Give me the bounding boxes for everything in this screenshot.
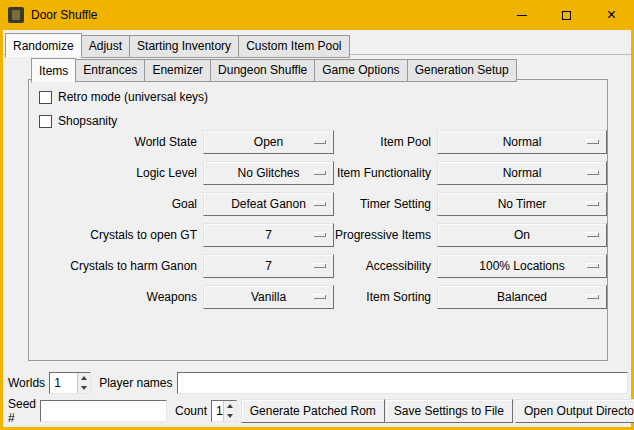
arrow-down-icon [227,414,233,418]
arrow-up-icon [81,376,87,380]
timer-setting-value: No Timer [498,197,547,211]
arrow-down-icon [81,386,87,390]
player-names-input[interactable] [177,372,629,394]
menu-indicator-icon [313,170,326,175]
goal-dropdown[interactable]: Defeat Ganon [203,192,334,216]
window-body: Randomize Adjust Starting Inventory Cust… [3,30,631,427]
accessibility-dropdown[interactable]: 100% Locations [437,254,607,278]
generation-row: Seed # Count 1 Generate Patched Rom Save… [8,399,628,423]
weapons-dropdown[interactable]: Vanilla [203,285,334,309]
progressive-items-dropdown[interactable]: On [437,223,607,247]
multiworld-row: Worlds 1 Player names [8,371,628,395]
timer-setting-dropdown[interactable]: No Timer [437,192,607,216]
options-grid: World State Open Item Pool Normal Logic … [31,126,607,312]
weapons-value: Vanilla [251,290,286,304]
close-button[interactable]: × [589,0,634,30]
menu-indicator-icon [313,139,326,144]
spin-up-button[interactable] [224,401,236,411]
logic-level-label: Logic Level [31,166,197,180]
option-row: Weapons Vanilla Item Sorting Balanced [31,281,607,312]
outer-tabbar: Randomize Adjust Starting Inventory Cust… [5,33,349,58]
worlds-label: Worlds [8,376,45,390]
goal-value: Defeat Ganon [231,197,306,211]
goal-label: Goal [31,197,197,211]
item-sorting-dropdown[interactable]: Balanced [437,285,607,309]
world-state-dropdown[interactable]: Open [203,130,334,154]
menu-indicator-icon [313,232,326,237]
seed-input[interactable] [40,400,167,422]
crystals-ganon-value: 7 [265,259,272,273]
option-row: Goal Defeat Ganon Timer Setting No Timer [31,188,607,219]
accessibility-value: 100% Locations [479,259,564,273]
window-title: Door Shuffle [31,8,98,22]
item-functionality-dropdown[interactable]: Normal [437,161,607,185]
player-names-label: Player names [99,376,172,390]
item-functionality-value: Normal [503,166,542,180]
crystals-gt-label: Crystals to open GT [31,228,197,242]
generate-patched-rom-button[interactable]: Generate Patched Rom [241,399,385,423]
titlebar[interactable]: Door Shuffle × [0,0,634,30]
option-row: Logic Level No Glitches Item Functionali… [31,157,607,188]
option-row: Crystals to open GT 7 Progressive Items … [31,219,607,250]
world-state-label: World State [31,135,197,149]
tab-enemizer[interactable]: Enemizer [144,59,211,82]
open-output-directory-button[interactable]: Open Output Directory [515,399,634,423]
logic-level-value: No Glitches [237,166,299,180]
maximize-icon [562,11,571,20]
worlds-spinbox[interactable]: 1 [49,372,91,394]
accessibility-label: Accessibility [334,259,431,273]
retro-mode-checkbox-row[interactable]: Retro mode (universal keys) [39,88,208,106]
menu-indicator-icon [586,201,599,206]
tab-generation-setup[interactable]: Generation Setup [407,59,517,82]
crystals-gt-dropdown[interactable]: 7 [203,223,334,247]
retro-mode-checkbox[interactable] [39,91,52,104]
spin-down-button[interactable] [224,411,236,421]
app-window: Door Shuffle × Randomize Adjust Starting… [0,0,634,430]
item-sorting-label: Item Sorting [334,290,431,304]
retro-mode-label: Retro mode (universal keys) [58,90,208,104]
menu-indicator-icon [586,232,599,237]
count-label: Count [175,404,207,418]
menu-indicator-icon [313,201,326,206]
spinner-arrows [223,401,236,421]
item-functionality-label: Item Functionality [334,166,431,180]
save-settings-button[interactable]: Save Settings to File [385,399,513,423]
seed-label: Seed # [8,397,36,425]
arrow-up-icon [227,404,233,408]
menu-indicator-icon [313,263,326,268]
menu-indicator-icon [313,294,326,299]
tab-items[interactable]: Items [31,58,76,83]
progressive-items-label: Progressive Items [334,228,431,242]
tab-dungeon-shuffle[interactable]: Dungeon Shuffle [210,59,315,82]
count-value: 1 [212,401,223,421]
spin-down-button[interactable] [78,383,90,393]
tab-entrances[interactable]: Entrances [75,59,145,82]
close-icon: × [607,7,616,23]
menu-indicator-icon [586,170,599,175]
menu-indicator-icon [586,263,599,268]
option-row: World State Open Item Pool Normal [31,126,607,157]
spin-up-button[interactable] [78,373,90,383]
item-pool-value: Normal [503,135,542,149]
tab-adjust[interactable]: Adjust [81,35,130,58]
item-pool-dropdown[interactable]: Normal [437,130,607,154]
count-spinbox[interactable]: 1 [211,400,237,422]
item-sorting-value: Balanced [497,290,547,304]
logic-level-dropdown[interactable]: No Glitches [203,161,334,185]
tab-custom-item-pool[interactable]: Custom Item Pool [238,35,349,58]
spinner-arrows [77,373,90,393]
world-state-value: Open [254,135,283,149]
tab-game-options[interactable]: Game Options [314,59,407,82]
inner-notebook: Items Entrances Enemizer Dungeon Shuffle… [28,58,608,361]
minimize-button[interactable] [499,0,544,30]
crystals-ganon-dropdown[interactable]: 7 [203,254,334,278]
tab-starting-inventory[interactable]: Starting Inventory [129,35,239,58]
maximize-button[interactable] [544,0,589,30]
progressive-items-value: On [514,228,530,242]
inner-tabbar: Items Entrances Enemizer Dungeon Shuffle… [31,58,516,82]
menu-indicator-icon [586,294,599,299]
crystals-gt-value: 7 [265,228,272,242]
tab-randomize[interactable]: Randomize [5,33,82,58]
app-icon[interactable] [8,7,24,23]
worlds-value: 1 [50,373,77,393]
